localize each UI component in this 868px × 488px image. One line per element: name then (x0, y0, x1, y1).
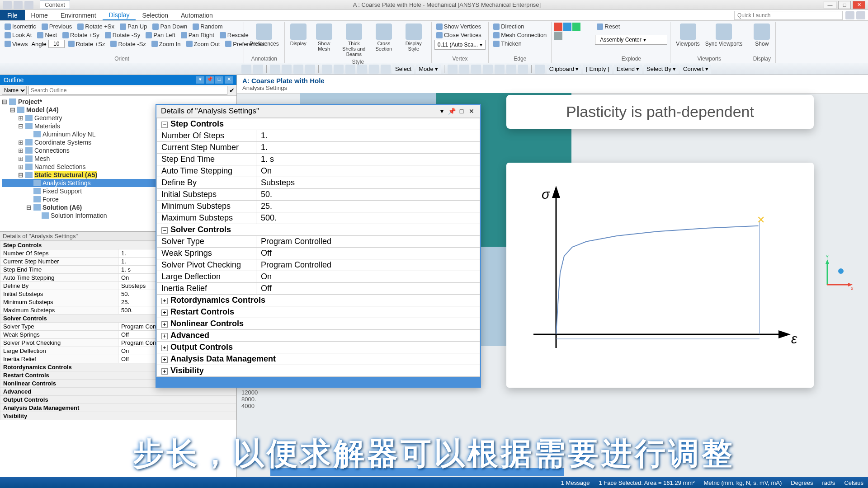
selectby-dropdown[interactable]: Select By▾ (644, 65, 679, 74)
details-group-header[interactable]: Analysis Data Management (0, 404, 236, 412)
panel-close-icon[interactable]: ✕ (225, 76, 233, 84)
angle-input[interactable] (48, 40, 65, 48)
details-value[interactable]: 1. (256, 130, 480, 142)
close-vertices-button[interactable]: Close Vertices (434, 31, 486, 39)
rotate-sx-button[interactable]: Rotate +Sx (75, 23, 116, 30)
display-style-button[interactable]: Display Style (399, 23, 429, 58)
color-swatch-icon[interactable] (572, 23, 580, 31)
details-value[interactable]: 50. (256, 189, 480, 201)
convert-dropdown[interactable]: Convert▾ (680, 65, 711, 74)
qat-save-icon[interactable] (3, 1, 12, 9)
rotate--sz-button[interactable]: Rotate -Sz (108, 40, 147, 48)
look-at-button[interactable]: Look At (3, 31, 33, 39)
show-mesh-button[interactable]: Show Mesh (309, 23, 339, 58)
menu-tab-display[interactable]: Display (103, 10, 136, 20)
details-value[interactable]: Program Controlled (256, 236, 480, 248)
details-value[interactable]: Off (256, 283, 480, 295)
pan-right-button[interactable]: Pan Right (179, 31, 216, 39)
search-icon[interactable]: ✔ (229, 87, 235, 94)
previous-button[interactable]: Previous (40, 23, 74, 30)
menu-tab-selection[interactable]: Selection (136, 10, 175, 20)
tool-icon[interactable] (305, 65, 315, 74)
details-group-header[interactable]: Output Controls (0, 396, 236, 404)
qat-redo-icon[interactable] (24, 1, 33, 9)
mode-dropdown[interactable]: Mode▾ (416, 65, 441, 74)
close-button[interactable]: ✕ (853, 1, 865, 9)
menu-tab-home[interactable]: Home (25, 10, 54, 20)
maximize-button[interactable]: □ (838, 1, 851, 9)
tool-icon[interactable] (282, 65, 292, 74)
rotate-sz-button[interactable]: Rotate +Sz (66, 40, 107, 48)
thick-shells-and-beams-button[interactable]: Thick Shells and Beams (339, 23, 369, 58)
color-swatch-icon[interactable] (554, 23, 562, 31)
details-value[interactable]: 25. (256, 201, 480, 212)
tool-icon[interactable] (293, 65, 303, 74)
details-value[interactable]: Substeps (256, 177, 480, 189)
menu-tab-environment[interactable]: Environment (54, 10, 103, 20)
context-tab[interactable]: Context (40, 0, 70, 9)
tool-icon[interactable] (459, 65, 469, 74)
show-vertices-button[interactable]: Show Vertices (434, 23, 486, 30)
viewports-button[interactable]: Viewports (673, 23, 702, 48)
tool-icon[interactable] (270, 65, 280, 74)
pan-left-button[interactable]: Pan Left (144, 31, 177, 39)
tool-icon[interactable] (495, 65, 505, 74)
mesh-connection-button[interactable]: Mesh Connection (491, 31, 548, 39)
details-value[interactable]: Program Controlled (256, 259, 480, 271)
minimize-button[interactable]: — (824, 1, 836, 9)
panel-float-icon[interactable]: □ (215, 76, 223, 84)
reset-explode-button[interactable]: Reset (595, 23, 667, 30)
zoom-in-button[interactable]: Zoom In (150, 40, 183, 48)
details-popup-table[interactable]: −Step ControlsNumber Of Steps1.Current S… (156, 118, 480, 377)
assembly-center-dropdown[interactable]: Assembly Center ▾ (595, 35, 667, 45)
select-dropdown[interactable]: Select (392, 65, 414, 74)
orientation-triad[interactable]: Y x (818, 253, 854, 294)
quick-launch-input[interactable] (734, 11, 843, 20)
tool-icon[interactable] (369, 65, 379, 74)
details-group-header[interactable]: +Rotordynamics Controls (157, 295, 480, 306)
popup-close-icon[interactable]: ✕ (467, 108, 476, 115)
tool-icon[interactable] (345, 65, 355, 74)
popup-dropdown-icon[interactable]: ▾ (438, 108, 446, 115)
menu-tab-automation[interactable]: Automation (175, 10, 219, 20)
tool-icon[interactable] (322, 65, 332, 74)
tool-icon[interactable] (483, 65, 493, 74)
details-value[interactable]: 500. (256, 212, 480, 224)
status-messages[interactable]: 1 Message (561, 479, 590, 486)
isometric-button[interactable]: Isometric (3, 23, 38, 30)
cross-section-button[interactable]: Cross Section (369, 23, 399, 58)
color-swatch-icon[interactable] (554, 32, 562, 40)
tool-icon[interactable] (334, 65, 344, 74)
popup-pin-icon[interactable]: 📌 (448, 108, 456, 115)
tool-icon[interactable] (506, 65, 516, 74)
details-group-header[interactable]: +Analysis Data Management (157, 353, 480, 365)
tool-icon[interactable] (448, 65, 458, 74)
direction-button[interactable]: Direction (491, 23, 548, 30)
file-menu[interactable]: File (0, 10, 25, 20)
details-group-header[interactable]: +Output Controls (157, 342, 480, 353)
tool-icon[interactable] (241, 65, 251, 74)
details-value[interactable]: 1. (256, 142, 480, 154)
clipboard-dropdown[interactable]: Clipboard▾ (547, 65, 582, 74)
details-group-header[interactable]: +Advanced (157, 330, 480, 342)
rotate--sy-button[interactable]: Rotate -Sy (103, 31, 142, 39)
random-button[interactable]: Random (191, 23, 224, 30)
details-group-header[interactable]: Advanced (0, 388, 236, 396)
tool-icon[interactable] (471, 65, 481, 74)
zoom-out-button[interactable]: Zoom Out (184, 40, 222, 48)
tool-icon[interactable] (518, 65, 528, 74)
details-value[interactable]: 1. s (256, 154, 480, 165)
views-button[interactable]: Views (3, 40, 29, 48)
details-value[interactable]: On (256, 165, 480, 177)
details-group-header[interactable]: +Nonlinear Controls (157, 318, 480, 330)
details-group-header[interactable]: Visibility (0, 412, 236, 420)
color-swatch-icon[interactable] (563, 23, 571, 31)
vertex-scale-dropdown[interactable]: 0.11 (Auto Sca...▾ (434, 40, 486, 50)
help-icon[interactable] (845, 11, 854, 19)
sync-viewports-button[interactable]: Sync Viewports (703, 23, 745, 48)
details-value[interactable]: Off (256, 248, 480, 259)
outline-filter-select[interactable]: Name (2, 86, 27, 95)
tool-icon[interactable] (535, 65, 545, 74)
thicken-button[interactable]: Thicken (491, 40, 548, 47)
popup-float-icon[interactable]: □ (458, 108, 466, 115)
